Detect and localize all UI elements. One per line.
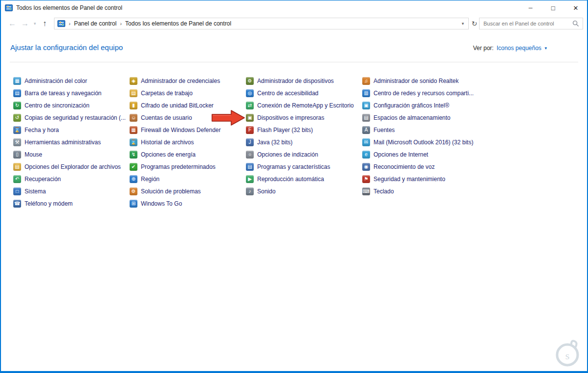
control-panel-item-label: Opciones de indización [257,151,318,158]
control-panel-item[interactable]: ☎Teléfono y módem [13,197,130,210]
work-folders-icon: ▤ [130,89,137,97]
address-history-chevron-icon[interactable]: ▾ [457,21,468,26]
view-by-dropdown[interactable]: Iconos pequeños [497,45,541,52]
control-panel-item[interactable]: ▣Configuración gráficos Intel® [362,99,479,111]
realtek-audio-icon: ♫ [362,77,370,85]
control-panel-item-label: Espacios de almacenamiento [374,114,451,121]
system-icon: □ [13,187,21,195]
control-panel-item[interactable]: ▶Reproducción automática [246,173,362,185]
control-panel-item[interactable]: ♫Administrador de sonido Realtek [362,75,479,87]
control-panel-item[interactable]: ↯Opciones de energía [130,148,246,160]
control-panel-item[interactable]: ▤Programas y características [246,160,362,173]
mail-icon: ✉ [362,138,370,146]
control-panel-item[interactable]: JJava (32 bits) [246,136,362,148]
control-panel-item-label: Windows To Go [141,200,182,207]
control-panel-item[interactable]: ⚙Solución de problemas [130,185,246,197]
control-panel-item[interactable]: ⇄Conexión de RemoteApp y Escritorio [246,99,362,111]
back-button[interactable]: ← [6,15,19,32]
svg-text:s: s [565,349,570,362]
control-panel-item-label: Mail (Microsoft Outlook 2016) (32 bits) [374,139,473,146]
control-panel-item[interactable]: ↻Centro de sincronización [13,99,130,111]
control-panel-item[interactable]: ▥Centro de redes y recursos comparti... [362,87,479,99]
window-title: Todos los elementos de Panel de control [16,4,122,11]
control-panel-column: ▦Administración del color▤Barra de tarea… [13,75,130,210]
control-panel-item[interactable]: ⌨Teclado [362,185,479,197]
up-button[interactable]: ↑ [38,15,51,32]
control-panel-item-label: Administración del color [25,78,87,84]
minimize-button[interactable]: ─ [519,0,542,15]
control-panel-item-label: Barra de tareas y navegación [25,90,102,97]
control-panel-item[interactable]: ◈Administrador de credenciales [130,75,246,87]
control-panel-item-label: Cifrado de unidad BitLocker [141,102,214,109]
control-panel-item[interactable]: eOpciones de Internet [362,148,479,160]
control-panel-item[interactable]: ↶Recuperación [13,173,130,185]
recovery-icon: ↶ [13,175,21,183]
control-panel-item[interactable]: ▦Administración del color [13,75,130,87]
control-panel-item[interactable]: ○Opciones de indización [246,148,362,160]
breadcrumb-item-todos-los-elementos[interactable]: Todos los elementos de Panel de control [125,20,231,27]
control-panel-item-label: Opciones de Internet [374,151,428,158]
control-panel-item[interactable]: ⚒Herramientas administrativas [13,136,130,148]
control-panel-item[interactable]: ▤Espacios de almacenamiento [362,111,479,124]
recent-locations-chevron-icon[interactable]: ▾ [31,21,38,26]
control-panel-item[interactable]: ⚑Seguridad y mantenimiento [362,173,479,185]
control-panel-item[interactable]: ◉Reconocimiento de voz [362,160,479,173]
control-panel-item[interactable]: ◎Centro de accesibilidad [246,87,362,99]
sound-icon: ♪ [246,187,254,195]
refresh-button[interactable]: ↻ [470,18,479,29]
control-panel-item-label: Reproducción automática [257,176,324,183]
control-panel-item-label: Administrador de dispositivos [257,78,334,84]
control-panel-item[interactable]: ▤Barra de tareas y navegación [13,87,130,99]
control-panel-item[interactable]: ♪Sonido [246,185,362,197]
intel-graphics-icon: ▣ [362,102,370,109]
speech-recognition-icon: ◉ [362,163,370,171]
breadcrumb-item-panel-de-control[interactable]: Panel de control [74,20,117,27]
forward-button[interactable]: → [19,15,31,32]
control-panel-item[interactable]: □Sistema [13,185,130,197]
chevron-down-icon[interactable]: ▼ [544,46,548,51]
control-panel-item[interactable]: ▤Carpetas de trabajo [130,87,246,99]
user-accounts-icon: ☺ [130,114,137,122]
control-panel-item[interactable]: ▯Mouse [13,148,130,160]
sync-center-icon: ↻ [13,102,21,109]
control-panel-item[interactable]: ▤Opciones del Explorador de archivos [13,160,130,173]
security-maintenance-icon: ⚑ [362,175,370,183]
credential-manager-icon: ◈ [130,77,137,85]
control-panel-item[interactable]: ✔Programas predeterminados [130,160,246,173]
troubleshooting-icon: ⚙ [130,187,137,195]
control-panel-item[interactable]: ↺Copias de seguridad y restauración (... [13,111,130,124]
control-panel-item[interactable]: ⌛Historial de archivos [130,136,246,148]
keyboard-icon: ⌨ [362,187,370,195]
control-panel-item-label: Recuperación [25,176,61,183]
control-panel-item[interactable]: ▣Dispositivos e impresoras [246,111,362,124]
control-panel-item-label: Región [141,176,160,183]
color-management-icon: ▦ [13,77,21,85]
control-panel-item[interactable]: ⊕Región [130,173,246,185]
search-input[interactable] [480,21,572,27]
close-button[interactable]: ✕ [564,0,587,15]
control-panel-item[interactable]: ⌛Fecha y hora [13,124,130,136]
control-panel-item-label: Firewall de Windows Defender [141,127,221,133]
control-panel-item-label: Teclado [374,188,394,195]
control-panel-item[interactable]: AFuentes [362,124,479,136]
control-panel-item[interactable]: ⊞Windows To Go [130,197,246,210]
address-bar: › Panel de control › Todos los elementos… [54,18,469,29]
maximize-button[interactable]: □ [542,0,564,15]
red-arrow-annotation [211,109,245,126]
network-sharing-center-icon: ▥ [362,89,370,97]
date-time-icon: ⌛ [13,126,21,134]
window-controls: ─ □ ✕ [519,0,587,15]
control-panel-item[interactable]: ✉Mail (Microsoft Outlook 2016) (32 bits) [362,136,479,148]
control-panel-item-label: Herramientas administrativas [25,139,101,146]
control-panel-item[interactable]: ⚙Administrador de dispositivos [246,75,362,87]
view-by-control: Ver por: Iconos pequeños ▼ [473,45,548,52]
control-panel-item-label: Centro de redes y recursos comparti... [374,90,474,97]
search-box [479,18,583,29]
control-panel-item-label: Mouse [25,151,42,158]
control-panel-item-label: Administrador de sonido Realtek [374,78,458,84]
control-panel-item[interactable]: FFlash Player (32 bits) [246,124,362,136]
control-panel-item-label: Copias de seguridad y restauración (... [25,114,126,121]
control-panel-item-label: Fecha y hora [25,127,59,133]
control-panel-item-label: Programas y características [257,163,330,170]
autoplay-icon: ▶ [246,175,254,183]
